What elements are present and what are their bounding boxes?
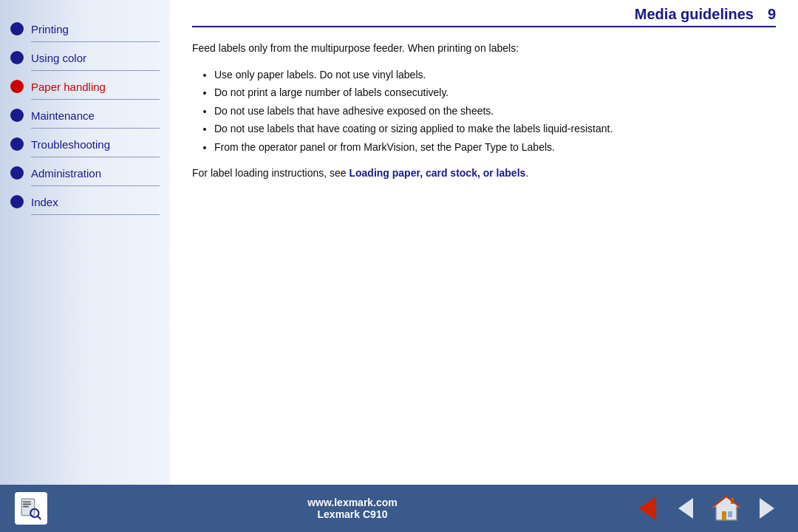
- sidebar-divider-6: [31, 214, 160, 215]
- bullet-item-2: Do not use labels that have adhesive exp…: [214, 103, 776, 119]
- svg-rect-1: [23, 501, 31, 502]
- footer-note-suffix: .: [525, 167, 528, 179]
- sidebar-dot-index: [10, 195, 24, 208]
- sidebar-label-index: Index: [31, 196, 58, 208]
- content-area: Media guidelines 9 Feed labels only from…: [170, 0, 798, 485]
- sidebar-item-troubleshooting[interactable]: Troubleshooting: [0, 130, 170, 155]
- loading-paper-link[interactable]: Loading paper, card stock, or labels: [349, 167, 525, 179]
- svg-rect-3: [23, 506, 29, 508]
- sidebar-divider-0: [31, 41, 160, 42]
- footer-center: www.lexmark.com Lexmark C910: [74, 497, 631, 520]
- sidebar-dot-printing: [10, 22, 24, 35]
- sidebar-divider-3: [31, 128, 160, 129]
- sidebar-item-using-color[interactable]: Using color: [0, 44, 170, 69]
- sidebar-item-maintenance[interactable]: Maintenance: [0, 101, 170, 126]
- next-button[interactable]: [751, 492, 783, 525]
- bullet-item-1: Do not print a large number of labels co…: [214, 84, 776, 100]
- bullet-item-4: From the operator panel or from MarkVisi…: [214, 139, 776, 155]
- svg-rect-2: [23, 504, 31, 505]
- footer-right: [631, 492, 783, 525]
- svg-line-5: [38, 516, 41, 519]
- svg-rect-7: [722, 511, 726, 520]
- home-icon: [710, 494, 743, 523]
- bullet-item-3: Do not use labels that have coating or s…: [214, 120, 776, 137]
- next-arrow-icon: [760, 498, 774, 519]
- page-number: 9: [768, 6, 776, 23]
- sidebar-label-administration: Administration: [31, 167, 101, 180]
- sidebar-divider-5: [31, 185, 160, 186]
- sidebar-item-paper-handling[interactable]: Paper handling: [0, 72, 170, 98]
- sidebar-divider-2: [31, 99, 160, 100]
- svg-rect-8: [728, 511, 732, 517]
- prev-button[interactable]: [669, 492, 702, 525]
- page-header: Media guidelines 9: [192, 0, 776, 27]
- sidebar-divider-1: [31, 70, 160, 71]
- footer-note: For label loading instructions, see Load…: [192, 166, 776, 181]
- back-button[interactable]: [631, 492, 664, 525]
- sidebar-label-troubleshooting: Troubleshooting: [31, 138, 110, 151]
- sidebar-label-paper-handling: Paper handling: [31, 81, 106, 93]
- sidebar-label-maintenance: Maintenance: [31, 109, 95, 122]
- sidebar-dot-maintenance: [10, 109, 24, 122]
- search-icon: [19, 497, 43, 520]
- main-wrapper: PrintingUsing colorPaper handlingMainten…: [0, 0, 798, 485]
- page-title: Media guidelines: [635, 6, 754, 23]
- sidebar-dot-troubleshooting: [10, 137, 24, 151]
- footer: www.lexmark.com Lexmark C910: [0, 485, 798, 532]
- search-button[interactable]: [15, 492, 47, 525]
- sidebar-item-administration[interactable]: Administration: [0, 159, 170, 184]
- sidebar-dot-administration: [10, 166, 24, 180]
- sidebar-dot-using-color: [10, 51, 24, 64]
- sidebar: PrintingUsing colorPaper handlingMainten…: [0, 0, 170, 485]
- footer-url: www.lexmark.com: [74, 497, 631, 508]
- sidebar-label-printing: Printing: [31, 23, 69, 35]
- footer-note-prefix: For label loading instructions, see: [192, 167, 349, 179]
- bullet-list: Use only paper labels. Do not use vinyl …: [214, 66, 776, 155]
- footer-model: Lexmark C910: [74, 508, 631, 520]
- back-arrow-icon: [638, 497, 656, 520]
- sidebar-item-index[interactable]: Index: [0, 188, 170, 213]
- home-button[interactable]: [708, 492, 745, 525]
- sidebar-divider-4: [31, 157, 160, 157]
- bullet-item-0: Use only paper labels. Do not use vinyl …: [214, 66, 776, 83]
- intro-text: Feed labels only from the multipurpose f…: [192, 41, 776, 56]
- prev-arrow-icon: [678, 498, 693, 519]
- footer-left: [15, 492, 74, 525]
- sidebar-item-printing[interactable]: Printing: [0, 15, 170, 40]
- sidebar-dot-paper-handling: [10, 80, 24, 93]
- sidebar-label-using-color: Using color: [31, 52, 86, 64]
